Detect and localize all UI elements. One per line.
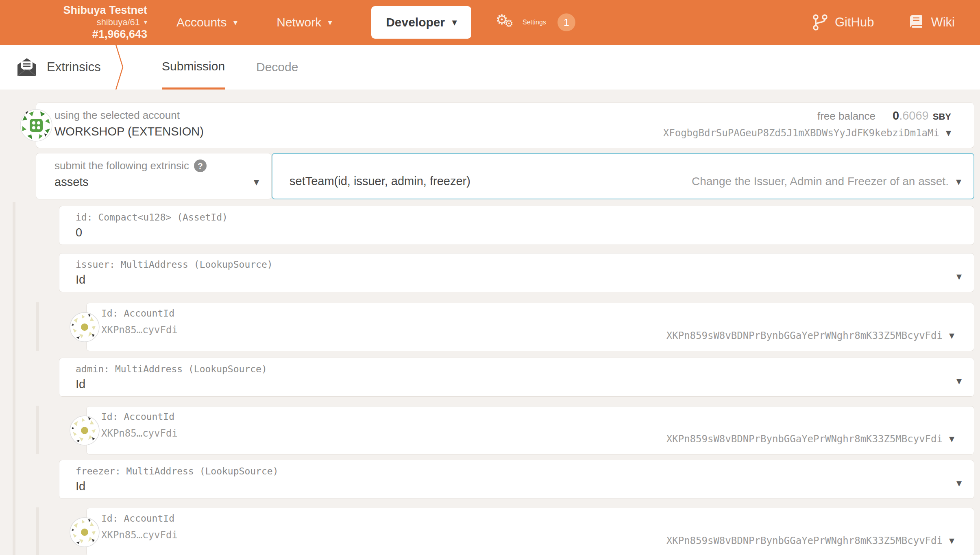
book-icon <box>909 14 923 31</box>
account-identicon <box>70 517 100 547</box>
param-admin-select[interactable]: admin: MultiAddress (LookupSource) Id ▾ <box>59 358 974 397</box>
account-select-row[interactable]: using the selected account WORKSHOP (EXT… <box>36 103 974 148</box>
param-id-label: id: Compact<u128> (AssetId) <box>76 212 962 223</box>
chevron-down-icon: ▾ <box>956 477 962 489</box>
acct-short-address: XKPn85…cyvFdi <box>101 324 178 336</box>
nav-network-label: Network <box>277 15 321 29</box>
code-branch-icon <box>813 14 828 31</box>
method-select[interactable]: setTeam(id, issuer, admin, freezer) Chan… <box>272 153 974 199</box>
chain-name: Shibuya Testnet <box>63 4 147 17</box>
acct-type-label: Id: AccountId <box>101 513 178 524</box>
settings-badge: 1 <box>558 13 575 31</box>
param-admin-value: Id <box>76 378 962 391</box>
chevron-down-icon: ▾ <box>949 329 954 342</box>
tab-submission[interactable]: Submission <box>162 45 225 90</box>
wiki-label: Wiki <box>931 15 955 30</box>
nav-network[interactable]: Network ▾ <box>277 15 332 29</box>
account-identicon <box>70 312 100 342</box>
acct-address-dropdown[interactable]: XKPn859sW8vBDNPrBynbGGaYePrWNghr8mK33Z5M… <box>666 534 954 547</box>
balance-whole: 0 <box>893 109 899 122</box>
balance-fraction: .6069 <box>899 109 929 122</box>
pallet-value: assets <box>54 175 259 189</box>
github-link[interactable]: GitHub <box>813 14 874 31</box>
wiki-link[interactable]: Wiki <box>909 14 955 31</box>
param-freezer-value: Id <box>76 480 962 493</box>
extrinsic-select-row: submit the following extrinsic ? assets … <box>36 153 974 199</box>
tab-submission-label: Submission <box>162 59 225 73</box>
chain-spec: shibuya/61 ▾ <box>97 17 147 28</box>
acct-type-label: Id: AccountId <box>101 411 178 422</box>
method-description: Change the Issuer, Admin and Freezer of … <box>692 175 949 188</box>
chevron-down-icon: ▾ <box>949 433 954 445</box>
acct-address-dropdown[interactable]: XKPn859sW8vBDNPrBynbGGaYePrWNghr8mK33Z5M… <box>666 329 954 342</box>
tab-decode-label: Decode <box>256 60 298 74</box>
header-links: GitHub Wiki <box>813 0 955 45</box>
indent-guide <box>13 202 15 555</box>
indent-guide <box>36 302 39 351</box>
nav-accounts-label: Accounts <box>176 15 226 29</box>
nav-settings[interactable]: ⚙ ⚙ Settings 1 <box>496 13 575 32</box>
free-balance-label: free balance <box>817 110 875 122</box>
chevron-down-icon: ▾ <box>946 127 951 139</box>
acct-full-address: XKPn859sW8vBDNPrBynbGGaYePrWNghr8mK33Z5M… <box>666 535 943 546</box>
app-title-label: Extrinsics <box>47 60 101 74</box>
account-address: XFogbgBdrSuPAGeuP8Zd5J1mXBDWsYyJdFK9kebz… <box>663 127 939 139</box>
account-identicon <box>20 109 52 142</box>
chevron-down-icon: ▾ <box>956 175 961 188</box>
param-admin-account[interactable]: Id: AccountId XKPn85…cyvFdi XKPn859sW8vB… <box>86 406 974 454</box>
help-icon[interactable]: ? <box>194 160 207 172</box>
extrinsics-content: using the selected account WORKSHOP (EXT… <box>0 90 980 555</box>
indent-guide <box>36 406 39 454</box>
account-name: WORKSHOP (EXTENSION) <box>54 125 204 138</box>
param-issuer-select[interactable]: issuer: MultiAddress (LookupSource) Id ▾ <box>59 253 974 292</box>
chevron-down-icon: ▾ <box>233 18 237 27</box>
param-issuer-label: issuer: MultiAddress (LookupSource) <box>76 259 962 270</box>
account-row-label: using the selected account <box>54 109 204 122</box>
pallet-select[interactable]: submit the following extrinsic ? assets … <box>36 153 272 199</box>
acct-full-address: XKPn859sW8vBDNPrBynbGGaYePrWNghr8mK33Z5M… <box>666 330 943 341</box>
nav-developer[interactable]: Developer ▾ <box>371 6 471 39</box>
param-freezer-label: freezer: MultiAddress (LookupSource) <box>76 466 962 476</box>
param-freezer-select[interactable]: freezer: MultiAddress (LookupSource) Id … <box>59 460 974 499</box>
app-title: Extrinsics <box>17 45 101 90</box>
acct-short-address: XKPn85…cyvFdi <box>101 529 178 541</box>
tab-decode[interactable]: Decode <box>256 45 298 90</box>
gears-icon: ⚙ ⚙ <box>496 13 516 32</box>
acct-full-address: XKPn859sW8vBDNPrBynbGGaYePrWNghr8mK33Z5M… <box>666 433 943 445</box>
extrinsic-label: submit the following extrinsic <box>54 160 189 172</box>
nav-accounts[interactable]: Accounts ▾ <box>176 15 237 29</box>
chevron-down-icon: ▾ <box>254 176 259 188</box>
chain-spec-label: shibuya/61 <box>97 17 140 28</box>
param-issuer-account[interactable]: Id: AccountId XKPn85…cyvFdi XKPn859sW8vB… <box>86 303 974 351</box>
param-id-input[interactable]: id: Compact<u128> (AssetId) 0 <box>59 206 974 245</box>
param-issuer-value: Id <box>76 273 962 286</box>
acct-left: Id: AccountId XKPn85…cyvFdi <box>101 308 178 351</box>
chevron-down-icon: ▾ <box>949 534 954 547</box>
param-id-value: 0 <box>76 226 962 239</box>
param-freezer-account[interactable]: Id: AccountId XKPn85…cyvFdi XKPn859sW8vB… <box>86 508 974 555</box>
chevron-down-icon: ▾ <box>328 18 332 27</box>
chain-selector[interactable]: Shibuya Testnet shibuya/61 ▾ #1,966,643 <box>0 0 147 45</box>
balance-unit: SBY <box>933 111 951 122</box>
acct-address-dropdown[interactable]: XKPn859sW8vBDNPrBynbGGaYePrWNghr8mK33Z5M… <box>666 433 954 445</box>
chevron-down-icon: ▾ <box>452 18 457 27</box>
tab-bar: Extrinsics Submission Decode <box>0 45 980 90</box>
top-header: Shibuya Testnet shibuya/61 ▾ #1,966,643 … <box>0 0 980 45</box>
indent-guide <box>36 507 39 555</box>
mail-open-icon <box>17 58 36 76</box>
acct-short-address: XKPn85…cyvFdi <box>101 428 178 439</box>
chevron-down-icon: ▾ <box>956 270 962 283</box>
free-balance: free balance 0 .6069 SBY <box>663 109 951 122</box>
github-label: GitHub <box>835 15 874 30</box>
app-screen: Shibuya Testnet shibuya/61 ▾ #1,966,643 … <box>0 0 980 555</box>
param-admin-label: admin: MultiAddress (LookupSource) <box>76 364 962 374</box>
account-left: using the selected account WORKSHOP (EXT… <box>54 109 204 148</box>
account-address-dropdown[interactable]: XFogbgBdrSuPAGeuP8Zd5J1mXBDWsYyJdFK9kebz… <box>663 127 951 139</box>
section-chevron-icon <box>114 45 125 90</box>
acct-type-label: Id: AccountId <box>101 308 178 319</box>
account-right: free balance 0 .6069 SBY XFogbgBdrSuPAGe… <box>663 109 951 148</box>
chevron-down-icon: ▾ <box>144 19 147 26</box>
nav-settings-label: Settings <box>523 19 546 26</box>
main-nav: Accounts ▾ Network ▾ Developer ▾ ⚙ ⚙ Set… <box>176 0 575 45</box>
chain-block-number: #1,966,643 <box>92 28 147 41</box>
